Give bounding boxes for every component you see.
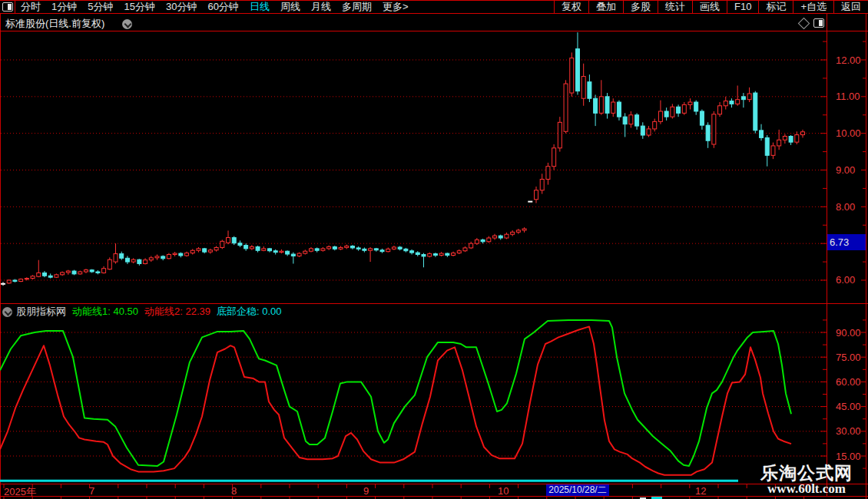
price-axis-label: 6.00 <box>836 274 855 286</box>
date-axis: 2025年7891012 <box>0 484 868 497</box>
menu-item-period-0[interactable]: 分时 <box>15 1 46 13</box>
indicator-header: 股朋指标网 动能线1: 40.50 动能线2: 22.39 底部企稳: 0.00 <box>2 306 282 318</box>
x-axis-label-1: 7 <box>89 485 94 497</box>
indicator-axis-label: 60.00 <box>836 376 861 388</box>
menu-item-period-8[interactable]: 月线 <box>306 1 336 13</box>
menu-item-period-9[interactable]: 多周期 <box>336 1 377 13</box>
diamond-icon[interactable] <box>798 18 810 30</box>
price-axis-label: 9.00 <box>836 164 855 176</box>
indicator-axis-label: 75.00 <box>836 352 861 363</box>
divider <box>827 14 827 31</box>
menu-item-tool-3[interactable]: 统计 <box>658 1 692 13</box>
indicator-value-3: 底部企稳: 0.00 <box>217 305 282 319</box>
menu-item-period-5[interactable]: 60分钟 <box>202 1 244 13</box>
menu-item-period-6[interactable]: 日线 <box>244 1 275 13</box>
top-menubar: 分时1分钟5分钟15分钟30分钟60分钟日线周线月线多周期更多> 复权叠加多股统… <box>0 0 868 14</box>
x-axis-label-0: 2025年 <box>4 485 36 499</box>
price-axis-label: 12.00 <box>836 55 861 66</box>
cursor-price-badge: 6.73 <box>827 234 866 250</box>
menu-item-tool-1[interactable]: 叠加 <box>588 1 623 13</box>
watermark-site-url: www.60lt.com <box>757 482 856 496</box>
indicator-value-1: 动能线1: 40.50 <box>72 305 138 319</box>
x-axis-label-4: 10 <box>498 485 509 497</box>
split-window-icon <box>2 2 13 12</box>
x-axis-label-2: 8 <box>231 485 237 497</box>
indicator-line <box>0 320 791 466</box>
menu-item-period-3[interactable]: 15分钟 <box>118 1 160 13</box>
page-title: 标准股份(日线.前复权) <box>5 17 104 31</box>
price-axis-label: 11.00 <box>836 91 860 102</box>
split-window-icon[interactable] <box>813 18 824 28</box>
chevron-down-icon[interactable] <box>2 307 12 317</box>
menu-item-tool-0[interactable]: 复权 <box>554 1 588 13</box>
indicator-source-label: 股朋指标网 <box>16 305 66 319</box>
chart-canvas[interactable]: 12.0011.0010.009.008.007.006.0090.0075.0… <box>0 0 868 499</box>
menu-item-period-7[interactable]: 周线 <box>275 1 306 13</box>
chevron-down-icon[interactable] <box>122 19 132 29</box>
x-axis-label-3: 9 <box>363 485 369 497</box>
indicator-axis-label: 45.00 <box>836 401 861 412</box>
watermark-site-name: 乐淘公式网 <box>757 464 856 482</box>
menu-item-period-10[interactable]: 更多> <box>377 1 414 13</box>
menu-item-tool-6[interactable]: 标记 <box>758 1 793 13</box>
title-bar: 标准股份(日线.前复权) <box>1 14 866 31</box>
indicator-axis-label: 15.00 <box>836 451 861 462</box>
indicator-axis-label: 30.00 <box>836 425 861 437</box>
indicator-value-2: 动能线2: 22.39 <box>144 305 210 319</box>
menu-item-period-2[interactable]: 5分钟 <box>82 1 118 13</box>
menu-item-period-1[interactable]: 1分钟 <box>46 1 82 13</box>
cursor-date-badge: 2025/10/28/二 <box>546 484 609 496</box>
panel-layout-button[interactable] <box>0 1 15 13</box>
price-axis-label: 8.00 <box>836 201 855 213</box>
watermark: 乐淘公式网 www.60lt.com <box>757 464 856 496</box>
menu-item-period-4[interactable]: 30分钟 <box>161 1 202 13</box>
indicator-axis-label: 90.00 <box>836 327 861 339</box>
menu-item-tool-4[interactable]: 画线 <box>692 1 727 13</box>
menu-item-tool-5[interactable]: F10 <box>727 1 758 13</box>
tools-menu: 复权叠加多股统计画线F10标记+自选返回 <box>554 1 868 13</box>
menu-item-tool-2[interactable]: 多股 <box>623 1 658 13</box>
x-axis-label-5: 12 <box>695 485 706 497</box>
menu-item-tool-8[interactable]: 返回 <box>833 1 868 13</box>
price-axis-label: 10.00 <box>836 127 861 139</box>
stock-app-window: { "menubar": { "left_items": [ {"text": … <box>0 0 868 499</box>
period-menu: 分时1分钟5分钟15分钟30分钟60分钟日线周线月线多周期更多> <box>15 1 413 13</box>
menu-item-tool-7[interactable]: +自选 <box>793 1 833 13</box>
